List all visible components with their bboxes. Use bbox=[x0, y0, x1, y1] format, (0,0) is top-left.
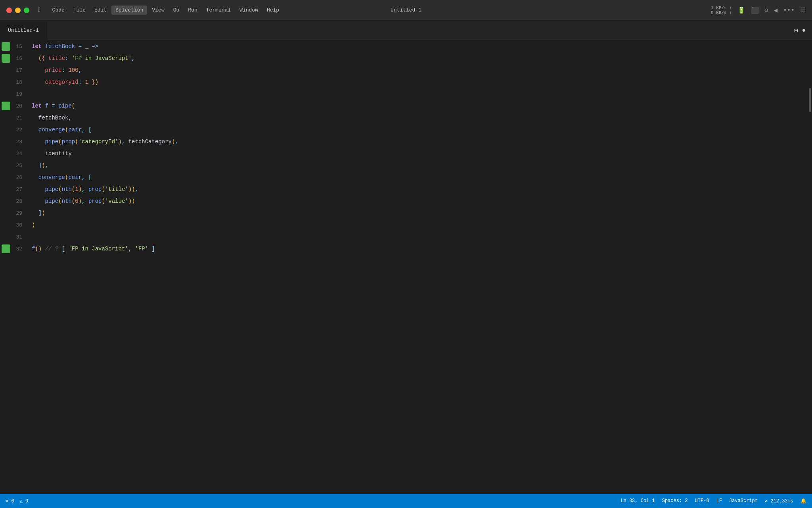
code-comma-23b: , bbox=[175, 136, 178, 148]
code-line-22: converge(pair, [ bbox=[32, 124, 806, 136]
breakpoint-27[interactable] bbox=[2, 185, 10, 194]
menu-selection[interactable]: Selection bbox=[111, 6, 147, 15]
split-editor-icon[interactable]: ⊟ bbox=[794, 27, 798, 35]
menu-file[interactable]: File bbox=[69, 6, 90, 15]
code-text-23a bbox=[125, 136, 128, 148]
code-comma-32a: , bbox=[128, 243, 132, 255]
scrollbar-track[interactable] bbox=[806, 40, 812, 494]
code-num-27a: 1 bbox=[75, 183, 78, 195]
breakpoint-31[interactable] bbox=[2, 233, 10, 241]
gutter-row-21: 21 bbox=[0, 112, 28, 124]
back-icon: ◀ bbox=[774, 6, 778, 14]
breakpoint-20[interactable] bbox=[2, 102, 10, 110]
breakpoint-25[interactable] bbox=[2, 161, 10, 170]
menu-bar: Code File Edit Selection View Go Run Ter… bbox=[48, 6, 283, 15]
code-str-32b: 'FP' bbox=[135, 243, 149, 255]
warning-count[interactable]: △ 0 bbox=[20, 498, 29, 504]
line-endings[interactable]: LF bbox=[716, 498, 722, 504]
timing-info: ✔ 212.33ms bbox=[765, 498, 793, 504]
gutter-row-15: 15 bbox=[0, 40, 28, 52]
code-paren-28b: ( bbox=[72, 195, 75, 207]
menu-window[interactable]: Window bbox=[236, 6, 262, 15]
network-stats: 1 KB/s ↑0 KB/s ↓ bbox=[711, 6, 732, 15]
code-comma-23a: , bbox=[122, 136, 125, 148]
cursor-position[interactable]: Ln 33, Col 1 bbox=[620, 498, 655, 504]
code-text-22a bbox=[85, 124, 88, 136]
code-line-21: fetchBook, bbox=[32, 112, 806, 124]
minimize-button[interactable] bbox=[15, 8, 21, 13]
close-button[interactable] bbox=[6, 8, 12, 13]
code-line-29: ]) bbox=[32, 207, 806, 219]
menu-terminal[interactable]: Terminal bbox=[202, 6, 235, 15]
code-text-17a bbox=[65, 64, 68, 76]
dot-icon[interactable]: ● bbox=[802, 27, 806, 34]
breakpoint-22[interactable] bbox=[2, 125, 10, 134]
code-comma-17a: , bbox=[79, 64, 82, 76]
breakpoint-28[interactable] bbox=[2, 197, 10, 206]
breakpoint-30[interactable] bbox=[2, 221, 10, 229]
file-encoding[interactable]: UTF-8 bbox=[695, 498, 709, 504]
gutter-row-16: 16 bbox=[0, 52, 28, 64]
line-number-31: 31 bbox=[10, 234, 28, 240]
breakpoint-17[interactable] bbox=[2, 66, 10, 75]
menu-view[interactable]: View bbox=[148, 6, 168, 15]
scrollbar-thumb[interactable] bbox=[809, 88, 811, 112]
line-number-20: 20 bbox=[10, 103, 28, 109]
menu-help[interactable]: Help bbox=[263, 6, 283, 15]
line-number-21: 21 bbox=[10, 115, 28, 121]
breakpoint-26[interactable] bbox=[2, 173, 10, 182]
breakpoint-29[interactable] bbox=[2, 209, 10, 217]
gutter-row-19: 19 bbox=[0, 88, 28, 100]
code-op-20a: = bbox=[52, 100, 55, 112]
breakpoint-32[interactable] bbox=[2, 244, 10, 253]
code-paren-27d: ( bbox=[102, 183, 105, 195]
code-fn-26b: pair bbox=[68, 171, 82, 183]
line-number-18: 18 bbox=[10, 79, 28, 85]
code-comma-21: , bbox=[68, 112, 71, 124]
menu-code[interactable]: Code bbox=[48, 6, 69, 15]
code-fn-26a: converge bbox=[38, 171, 65, 183]
code-str-16a: 'FP in JavaScript' bbox=[72, 52, 132, 64]
code-comma-27a: , bbox=[82, 183, 85, 195]
menu-run[interactable]: Run bbox=[184, 6, 201, 15]
code-line-20: let f = pipe( bbox=[32, 100, 806, 112]
language-mode[interactable]: JavaScript bbox=[729, 498, 758, 504]
code-text-18a bbox=[82, 76, 85, 88]
code-paren-28e: ) bbox=[128, 195, 132, 207]
code-indent-17 bbox=[32, 64, 45, 76]
code-comma-28a: , bbox=[82, 195, 85, 207]
code-indent-29 bbox=[32, 207, 38, 219]
code-text-32e bbox=[148, 243, 151, 255]
menu-go[interactable]: Go bbox=[169, 6, 184, 15]
code-paren-32a: () bbox=[35, 243, 42, 255]
code-prop-17a: price bbox=[45, 64, 62, 76]
tab-untitled-1[interactable]: Untitled-1 bbox=[0, 21, 47, 40]
code-fn-22a: converge bbox=[38, 124, 65, 136]
breakpoint-24[interactable] bbox=[2, 149, 10, 158]
code-paren-20a: ( bbox=[72, 100, 75, 112]
code-num-17a: 100 bbox=[68, 64, 78, 76]
line-number-32: 32 bbox=[10, 246, 28, 252]
breakpoint-15[interactable] bbox=[2, 42, 10, 51]
code-paren-27f: ) bbox=[132, 183, 135, 195]
battery-icon: 🔋 bbox=[737, 6, 745, 14]
tab-label: Untitled-1 bbox=[8, 27, 39, 33]
code-fn-20a: f bbox=[45, 100, 48, 112]
indentation[interactable]: Spaces: 2 bbox=[662, 498, 688, 504]
code-bracket-32b: ] bbox=[152, 243, 155, 255]
breakpoint-16[interactable] bbox=[2, 54, 10, 63]
error-count[interactable]: ⊗ 0 bbox=[6, 498, 14, 504]
code-line-25: ]), bbox=[32, 160, 806, 171]
code-paren-29a: ) bbox=[42, 207, 45, 219]
notifications-icon[interactable]: 🔔 bbox=[801, 498, 806, 504]
menu-edit[interactable]: Edit bbox=[90, 6, 111, 15]
code-paren-28f: ) bbox=[132, 195, 135, 207]
breakpoint-21[interactable] bbox=[2, 114, 10, 122]
breakpoint-19[interactable] bbox=[2, 90, 10, 98]
code-text-15h: => bbox=[92, 40, 98, 52]
title-bar-right: 1 KB/s ↑0 KB/s ↓ 🔋 ⬛ ⊖ ◀ ••• ☰ bbox=[711, 6, 806, 15]
maximize-button[interactable] bbox=[24, 8, 29, 13]
breakpoint-23[interactable] bbox=[2, 137, 10, 146]
breakpoint-18[interactable] bbox=[2, 78, 10, 87]
code-editor[interactable]: let fetchBook = _ => ({ title: 'FP in Ja… bbox=[28, 40, 806, 494]
